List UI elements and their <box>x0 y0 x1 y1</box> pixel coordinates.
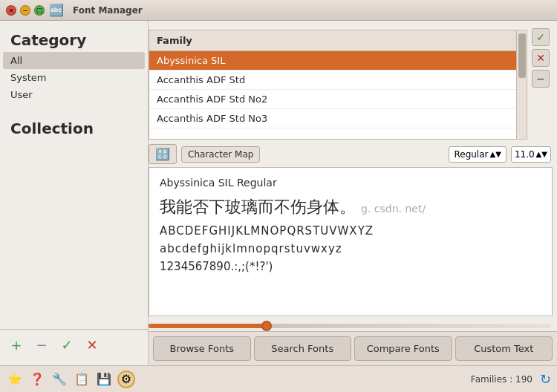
sidebar-actions: + − ✓ ✕ <box>0 329 148 359</box>
status-bar: ⭐ ❓ 🔧 📋 💾 ⚙ Families : 190 ↻ <box>0 365 557 392</box>
font-list-row: Family Abyssinica SIL Accanthis ADF Std … <box>149 25 553 140</box>
category-title: Category <box>0 27 148 52</box>
sidebar-item-all[interactable]: All <box>3 52 145 69</box>
compare-fonts-tab[interactable]: Compare Fonts <box>354 336 452 361</box>
font-list-actions: ✓ ✕ − <box>532 25 553 140</box>
custom-text-tab[interactable]: Custom Text <box>455 336 553 361</box>
confirm-collection-button[interactable]: ✓ <box>56 334 77 355</box>
remove-collection-button[interactable]: − <box>31 334 52 355</box>
preview-area: Abyssinica SIL Regular 我能否下玻璃而不伤身体。 g. c… <box>149 167 553 316</box>
sidebar-item-user[interactable]: User <box>0 86 148 103</box>
help-icon-btn[interactable]: ❓ <box>28 370 46 388</box>
window-controls: × − □ <box>6 5 45 16</box>
titlebar: × − □ 🔤 Font Manager <box>0 0 557 21</box>
style-select[interactable]: Regular ▲▼ <box>449 146 506 163</box>
right-panel: Family Abyssinica SIL Accanthis ADF Std … <box>149 21 557 365</box>
app-body: Category All System User Collection + − … <box>0 21 557 392</box>
zoom-slider[interactable] <box>149 324 551 328</box>
scrollbar-thumb[interactable] <box>518 33 526 78</box>
font-confirm-button[interactable]: ✓ <box>532 28 550 46</box>
families-count: Families : 190 <box>471 374 532 385</box>
settings-icon-btn[interactable]: ⚙ <box>117 370 135 388</box>
preview-numbers: 1234567890.:,;(*!?') <box>160 260 541 273</box>
font-item-0[interactable]: Abyssinica SIL <box>149 51 527 71</box>
font-list-scrollbar[interactable] <box>516 30 527 139</box>
main-content: Category All System User Collection + − … <box>0 21 557 365</box>
app-icon: 🔤 <box>49 3 64 17</box>
size-select[interactable]: 11.0 ▲▼ <box>511 146 551 163</box>
char-map-label: Character Map <box>188 149 253 160</box>
collection-title: Collection <box>0 115 148 140</box>
font-item-1[interactable]: Accanthis ADF Std <box>149 71 527 90</box>
char-map-button[interactable]: Character Map <box>181 146 260 163</box>
preview-uppercase: ABCDEFGHIJKLMNOPQRSTUVWXYZ <box>160 224 541 238</box>
bottom-tabs: Browse Fonts Search Fonts Compare Fonts … <box>149 331 557 365</box>
size-value: 11.0 <box>515 149 535 160</box>
zoom-slider-fill <box>149 324 270 328</box>
zoom-slider-thumb[interactable] <box>261 321 272 331</box>
close-button[interactable]: × <box>6 5 16 16</box>
style-value: Regular <box>454 149 488 160</box>
window-title: Font Manager <box>73 5 143 16</box>
search-fonts-tab[interactable]: Search Fonts <box>254 336 352 361</box>
font-item-2[interactable]: Accanthis ADF Std No2 <box>149 90 527 109</box>
maximize-button[interactable]: □ <box>34 5 45 16</box>
collection-section: Collection <box>0 115 148 140</box>
sidebar: Category All System User Collection + − … <box>0 21 149 365</box>
font-item-3[interactable]: Accanthis ADF Std No3 <box>149 109 527 128</box>
preview-lowercase: abcdefghijklmnopqrstuvwxyz <box>160 242 541 255</box>
copy-icon-btn[interactable]: 📋 <box>73 370 91 388</box>
tools-icon-btn[interactable]: 🔧 <box>51 370 68 388</box>
preview-watermark: g. csdn. net/ <box>361 203 426 215</box>
save-icon-btn[interactable]: 💾 <box>95 370 113 388</box>
refresh-icon[interactable]: ↻ <box>540 371 551 387</box>
char-map-icon-btn[interactable]: 🔠 <box>149 144 177 164</box>
font-minus-button[interactable]: − <box>532 70 550 88</box>
delete-collection-button[interactable]: ✕ <box>82 334 102 355</box>
preview-font-name: Abyssinica SIL Regular <box>160 177 541 189</box>
char-map-icon: 🔠 <box>155 147 170 161</box>
char-map-toolbar: 🔠 Character Map Regular ▲▼ 11.0 ▲▼ <box>149 140 557 167</box>
font-list[interactable]: Family Abyssinica SIL Accanthis ADF Std … <box>149 30 527 140</box>
add-collection-button[interactable]: + <box>6 334 27 355</box>
font-close-button[interactable]: ✕ <box>532 49 550 67</box>
minimize-button[interactable]: − <box>20 5 30 16</box>
size-chevron-icon: ▲▼ <box>536 150 547 158</box>
bookmark-icon-btn[interactable]: ⭐ <box>6 370 24 388</box>
preview-chinese: 我能否下玻璃而不伤身体。 g. csdn. net/ <box>160 196 541 218</box>
font-list-header: Family <box>149 30 527 51</box>
zoom-row <box>149 321 557 331</box>
sidebar-item-system[interactable]: System <box>0 69 148 86</box>
browse-fonts-tab[interactable]: Browse Fonts <box>153 336 251 361</box>
style-chevron-icon: ▲▼ <box>490 150 501 158</box>
